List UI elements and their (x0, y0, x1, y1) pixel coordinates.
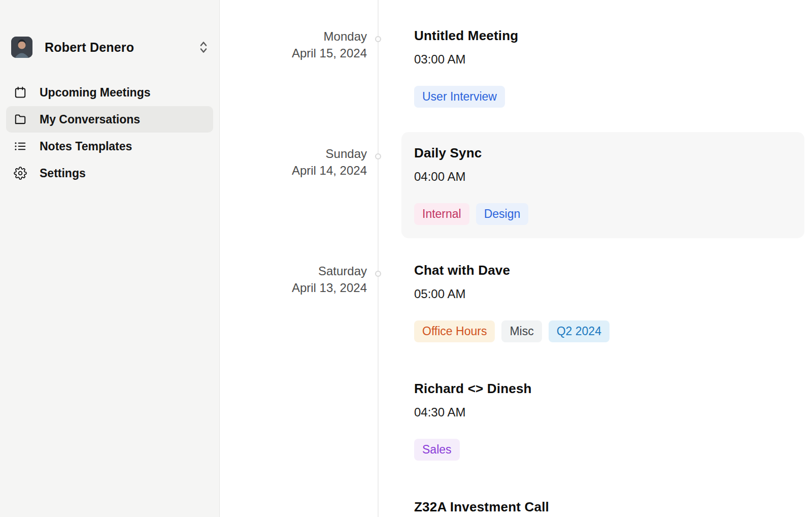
date-day-label: Sunday (220, 145, 367, 162)
meeting-tags: Office HoursMiscQ2 2024 (414, 320, 792, 342)
timeline-group: SundayApril 14, 2024Daily Sync04:00 AMIn… (220, 132, 812, 238)
tag-q2-2024[interactable]: Q2 2024 (549, 320, 610, 342)
tag-sales[interactable]: Sales (414, 439, 460, 461)
tag-internal[interactable]: Internal (414, 203, 469, 225)
meeting-time: 04:30 AM (414, 404, 792, 421)
meeting-card[interactable]: Richard <> Dinesh04:30 AMSales (401, 368, 804, 474)
gear-icon (13, 166, 27, 180)
meeting-tags: InternalDesign (414, 203, 792, 225)
date-full-label: April 14, 2024 (220, 162, 367, 179)
meeting-tags: User Interview (414, 86, 792, 108)
folder-icon (13, 112, 27, 126)
sidebar: Robert Denero Upcoming MeetingsMy Conver… (0, 0, 220, 517)
date-full-label: April 13, 2024 (220, 279, 367, 296)
meeting-title: Chat with Dave (414, 263, 792, 278)
timeline-date: SundayApril 14, 2024 (220, 132, 378, 238)
sidebar-item-label: My Conversations (40, 113, 140, 126)
meeting-title: Z32A Investment Call (414, 499, 792, 515)
chevron-up-down-icon[interactable] (198, 40, 209, 55)
user-name: Robert Denero (45, 40, 198, 55)
sidebar-menu: Upcoming MeetingsMy ConversationsNotes T… (0, 79, 219, 186)
tag-misc[interactable]: Misc (501, 320, 542, 342)
date-day-label: Saturday (220, 263, 367, 279)
sidebar-item-label: Notes Templates (40, 140, 132, 153)
meeting-title: Daily Sync (414, 145, 792, 161)
timeline-dot-icon (375, 36, 381, 42)
meeting-title: Untitled Meeting (414, 28, 792, 44)
conversations-timeline: MondayApril 15, 2024Untitled Meeting03:0… (220, 0, 812, 517)
timeline-group: SaturdayApril 13, 2024Chat with Dave05:0… (220, 249, 812, 517)
meeting-time: 03:00 AM (414, 51, 792, 68)
avatar (11, 37, 32, 58)
meeting-time: 05:00 AM (414, 285, 792, 302)
sidebar-item-settings[interactable]: Settings (6, 160, 213, 186)
tag-office-hours[interactable]: Office Hours (414, 320, 495, 342)
sidebar-item-label: Settings (40, 167, 86, 180)
sidebar-item-upcoming-meetings[interactable]: Upcoming Meetings (6, 79, 213, 106)
date-full-label: April 15, 2024 (220, 45, 367, 61)
timeline-group: MondayApril 15, 2024Untitled Meeting03:0… (220, 15, 812, 121)
tag-design[interactable]: Design (476, 203, 529, 225)
meeting-tags: Sales (414, 439, 792, 461)
timeline-date: SaturdayApril 13, 2024 (220, 249, 378, 517)
sidebar-item-notes-templates[interactable]: Notes Templates (6, 133, 213, 159)
meetings-column: Untitled Meeting03:00 AMUser Interview (378, 15, 812, 121)
meeting-card[interactable]: Z32A Investment Call (401, 486, 804, 517)
timeline-dot-icon (375, 271, 381, 277)
list-icon (13, 139, 27, 153)
meeting-title: Richard <> Dinesh (414, 381, 792, 397)
date-day-label: Monday (220, 28, 367, 45)
sidebar-item-my-conversations[interactable]: My Conversations (6, 106, 213, 133)
meeting-card[interactable]: Chat with Dave05:00 AMOffice HoursMiscQ2… (401, 249, 804, 356)
timeline-groups: MondayApril 15, 2024Untitled Meeting03:0… (220, 0, 812, 517)
timeline-date: MondayApril 15, 2024 (220, 15, 378, 121)
calendar-icon (13, 85, 27, 100)
meeting-time: 04:00 AM (414, 168, 792, 185)
meetings-column: Daily Sync04:00 AMInternalDesign (378, 132, 812, 238)
account-switcher[interactable]: Robert Denero (11, 37, 209, 58)
meetings-column: Chat with Dave05:00 AMOffice HoursMiscQ2… (378, 249, 812, 517)
meeting-card[interactable]: Untitled Meeting03:00 AMUser Interview (401, 15, 804, 121)
tag-user-interview[interactable]: User Interview (414, 86, 505, 108)
timeline-dot-icon (375, 153, 381, 159)
sidebar-item-label: Upcoming Meetings (40, 86, 151, 100)
meeting-card[interactable]: Daily Sync04:00 AMInternalDesign (401, 132, 804, 238)
